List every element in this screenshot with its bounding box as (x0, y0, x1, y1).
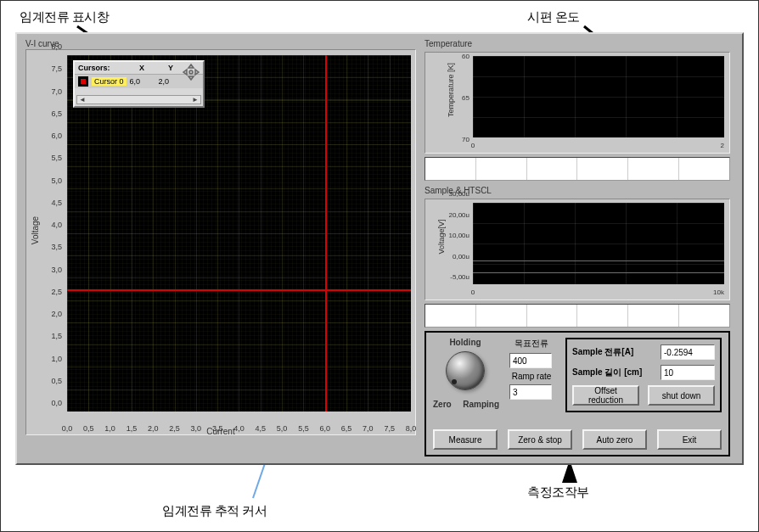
readout-strip-1 (424, 157, 730, 181)
sample-htscl-xtick-max: 10k (713, 288, 724, 296)
zero-stop-button[interactable]: Zero & stop (508, 429, 572, 450)
svg-point-9 (189, 70, 193, 74)
vi-plot-title: V-I curve (25, 39, 416, 48)
svg-marker-7 (183, 70, 187, 75)
cursor-x-heading: X (129, 64, 155, 72)
cursor-y-value: 2,0 (159, 77, 184, 86)
annotation-control: 측정조작부 (527, 484, 589, 501)
scroll-right-icon[interactable]: ► (190, 96, 200, 104)
sample-htscl-xtick-min: 0 (471, 288, 475, 296)
offset-reduction-button[interactable]: Offset reduction (572, 385, 639, 406)
vi-plot-grid (67, 55, 411, 412)
target-current-label: 목표전류 (509, 338, 554, 350)
dial-holding-label: Holding (449, 338, 481, 347)
annotation-critical-current-window: 임계전류 표시창 (20, 9, 109, 25)
cursor-panel[interactable]: Cursors: X Y Cursor 0 6,0 2,0 (73, 60, 205, 108)
temperature-xtick-max: 2 (721, 142, 724, 149)
readout-strip-2 (424, 304, 730, 328)
app-panel: V-I curve Voltage 0,00,51,01,52,02,53,03… (15, 32, 744, 465)
vi-plot[interactable]: Voltage 0,00,51,01,52,02,53,03,54,04,55,… (25, 49, 416, 435)
control-panel: Holding Zero Ramping 목표전류 (424, 331, 730, 456)
sample-htscl-title: Sample & HTSCL (424, 186, 730, 195)
outer-frame: 임계전류 표시창 시편 온도 시편 홀더 전압 임계전류 추적 커서 측정조작부… (0, 0, 759, 532)
target-current-input[interactable] (509, 353, 552, 368)
scroll-left-icon[interactable]: ◄ (77, 96, 87, 104)
sample-htscl-plot[interactable]: Voltage[V] -5,00u0,00u10,00u20,00u30,00u… (424, 199, 730, 300)
sample-current-input[interactable] (661, 344, 715, 360)
cursor-scrollbar[interactable]: ◄ ► (76, 95, 201, 104)
temperature-plot[interactable]: Temperature [K] 606570 0 2 (424, 52, 730, 154)
cursor-name: Cursor 0 (92, 77, 127, 86)
dial-ramping-label: Ramping (463, 400, 499, 409)
cursor-x-value: 6,0 (130, 77, 155, 86)
cursor-horizontal-line[interactable] (67, 289, 411, 291)
sample-current-label: Sample 전류[A] (572, 346, 655, 358)
dial-knob-icon[interactable] (446, 351, 485, 390)
sample-htscl-yticks: -5,00u0,00u10,00u20,00u30,00u (429, 203, 471, 284)
temperature-yticks: 606570 (429, 56, 471, 137)
sample-length-input[interactable] (661, 365, 715, 380)
temperature-grid (473, 56, 724, 137)
svg-marker-5 (188, 64, 194, 68)
sample-length-label: Sample 길이 [cm] (572, 367, 655, 378)
auto-zero-button[interactable]: Auto zero (582, 429, 647, 450)
annotation-cursor: 임계전류 추적 커서 (162, 503, 267, 519)
exit-button[interactable]: Exit (657, 429, 722, 450)
ramp-rate-label: Ramp rate (509, 372, 554, 381)
cursor-panel-heading: Cursors: (78, 64, 126, 72)
ramp-rate-input[interactable] (509, 384, 552, 400)
cursor-move-icon[interactable] (183, 64, 200, 81)
svg-marker-6 (188, 76, 194, 80)
svg-marker-8 (195, 70, 199, 75)
dial-zero-label: Zero (433, 400, 452, 409)
cursor-y-heading: Y (158, 64, 183, 72)
annotation-specimen-temperature: 시편 온도 (527, 9, 580, 25)
temperature-title: Temperature (424, 39, 730, 48)
shut-down-button[interactable]: shut down (648, 385, 715, 406)
cursor-swatch-icon (78, 76, 88, 87)
vi-y-ticks: 0,00,51,01,52,02,53,03,54,04,55,05,56,06… (28, 55, 65, 412)
vi-xlabel: Current (206, 427, 234, 436)
measure-button[interactable]: Measure (433, 429, 498, 450)
cursor-vertical-line[interactable] (325, 55, 327, 412)
sample-htscl-grid (473, 203, 724, 284)
mode-dial[interactable]: Holding Zero Ramping (433, 338, 498, 409)
temperature-xtick-min: 0 (471, 142, 475, 149)
